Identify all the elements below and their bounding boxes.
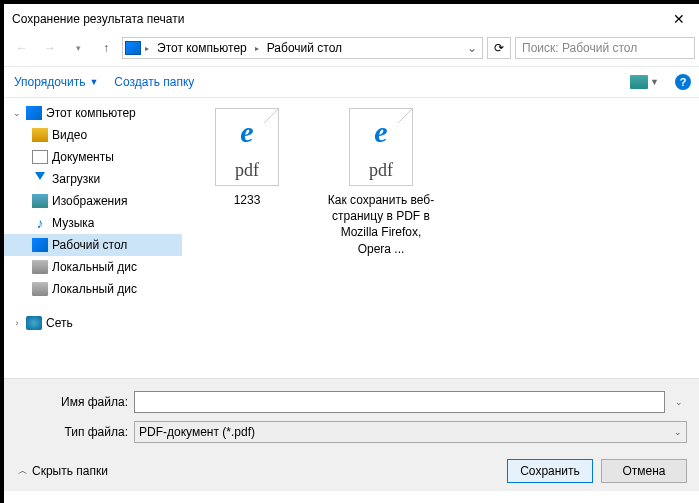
new-folder-button[interactable]: Создать папку — [114, 75, 194, 89]
sidebar-item-documents[interactable]: Документы — [4, 146, 182, 168]
view-options-button[interactable]: ▼ — [630, 75, 659, 89]
file-name: Как сохранить веб-страницу в PDF в Mozil… — [326, 192, 436, 257]
filename-label: Имя файла: — [18, 395, 128, 409]
help-icon[interactable]: ? — [675, 74, 691, 90]
view-icon — [630, 75, 648, 89]
document-icon — [32, 150, 48, 164]
sidebar-tree: ⌄ Этот компьютер Видео Документы Загрузк… — [4, 98, 182, 378]
filetype-select[interactable]: PDF-документ (*.pdf)⌄ — [134, 421, 687, 443]
cancel-button[interactable]: Отмена — [601, 459, 687, 483]
titlebar: Сохранение результата печати ✕ — [4, 4, 699, 34]
refresh-button[interactable]: ⟳ — [487, 37, 511, 59]
nav-forward-button[interactable]: → — [38, 37, 62, 59]
search-input[interactable]: Поиск: Рабочий стол — [515, 37, 695, 59]
breadcrumb-segment[interactable]: Рабочий стол — [263, 39, 346, 57]
file-item[interactable]: epdf 1233 — [192, 108, 302, 208]
pdf-file-icon: epdf — [215, 108, 279, 186]
close-icon[interactable]: ✕ — [665, 9, 693, 29]
sidebar-item-local-disk[interactable]: Локальный дис — [4, 278, 182, 300]
download-icon — [32, 172, 48, 186]
pictures-icon — [32, 194, 48, 208]
desktop-icon — [32, 238, 48, 252]
chevron-right-icon[interactable]: ▸ — [143, 44, 151, 53]
sidebar-item-desktop[interactable]: Рабочий стол — [4, 234, 182, 256]
pdf-file-icon: epdf — [349, 108, 413, 186]
dialog-title: Сохранение результата печати — [12, 12, 665, 26]
organize-button[interactable]: Упорядочить ▼ — [14, 75, 98, 89]
disk-icon — [32, 282, 48, 296]
breadcrumb-dropdown-button[interactable]: ⌄ — [464, 41, 480, 55]
bottom-panel: Имя файла: ⌄ Тип файла: PDF-документ (*.… — [4, 378, 699, 491]
save-dialog: Сохранение результата печати ✕ ← → ▾ ↑ ▸… — [3, 3, 699, 503]
nav-recent-button[interactable]: ▾ — [66, 37, 90, 59]
video-icon — [32, 128, 48, 142]
sidebar-item-this-pc[interactable]: ⌄ Этот компьютер — [4, 102, 182, 124]
file-list[interactable]: epdf 1233 epdf Как сохранить веб-страниц… — [182, 98, 699, 378]
sidebar-item-pictures[interactable]: Изображения — [4, 190, 182, 212]
sidebar-item-network[interactable]: › Сеть — [4, 312, 182, 334]
disk-icon — [32, 260, 48, 274]
nav-back-button[interactable]: ← — [10, 37, 34, 59]
filetype-label: Тип файла: — [18, 425, 128, 439]
sidebar-item-downloads[interactable]: Загрузки — [4, 168, 182, 190]
file-name: 1233 — [234, 192, 261, 208]
chevron-up-icon: ︿ — [18, 464, 28, 478]
main-body: ⌄ Этот компьютер Видео Документы Загрузк… — [4, 98, 699, 378]
chevron-right-icon[interactable]: ▸ — [253, 44, 261, 53]
pc-icon — [125, 41, 141, 55]
pc-icon — [26, 106, 42, 120]
save-button[interactable]: Сохранить — [507, 459, 593, 483]
breadcrumb[interactable]: ▸ Этот компьютер ▸ Рабочий стол ⌄ — [122, 37, 483, 59]
address-bar: ← → ▾ ↑ ▸ Этот компьютер ▸ Рабочий стол … — [4, 34, 699, 62]
breadcrumb-segment[interactable]: Этот компьютер — [153, 39, 251, 57]
collapse-icon[interactable]: ⌄ — [12, 108, 22, 118]
nav-up-button[interactable]: ↑ — [94, 37, 118, 59]
filename-input[interactable] — [134, 391, 665, 413]
toolbar: Упорядочить ▼ Создать папку ▼ ? — [4, 66, 699, 98]
sidebar-item-local-disk[interactable]: Локальный дис — [4, 256, 182, 278]
file-item[interactable]: epdf Как сохранить веб-страницу в PDF в … — [326, 108, 436, 257]
sidebar-item-music[interactable]: ♪ Музыка — [4, 212, 182, 234]
sidebar-item-videos[interactable]: Видео — [4, 124, 182, 146]
expand-icon[interactable]: › — [12, 318, 22, 328]
filename-history-dropdown[interactable]: ⌄ — [671, 397, 687, 407]
hide-folders-button[interactable]: ︿ Скрыть папки — [18, 464, 108, 478]
network-icon — [26, 316, 42, 330]
music-icon: ♪ — [32, 216, 48, 230]
